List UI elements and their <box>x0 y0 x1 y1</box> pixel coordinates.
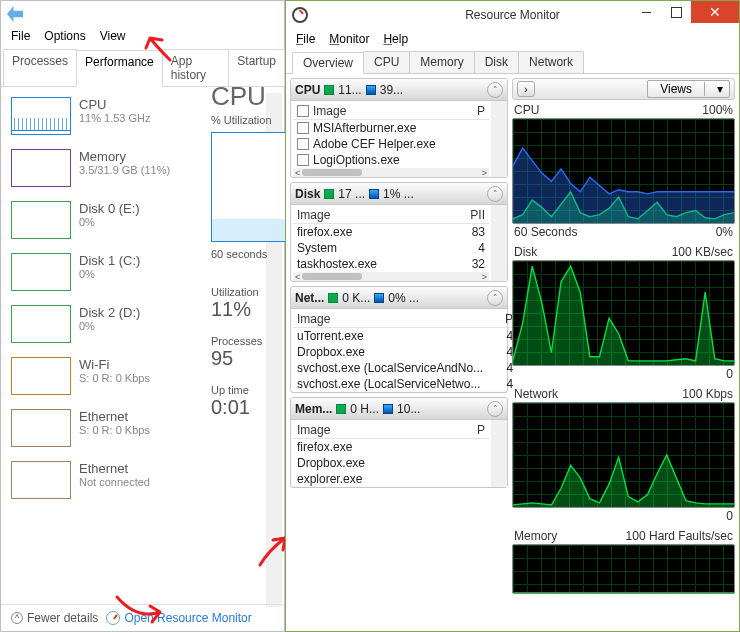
h-scrollbar[interactable] <box>293 272 489 281</box>
fewer-details-button[interactable]: ^ Fewer details <box>11 611 98 625</box>
disk-graph <box>512 260 735 366</box>
chevron-right-icon[interactable]: › <box>517 81 535 97</box>
tm-menu-view[interactable]: View <box>100 29 126 43</box>
resource-monitor-titlebar[interactable]: Resource Monitor ✕ <box>286 1 739 29</box>
task-manager-window: File Options View Processes Performance … <box>0 0 285 632</box>
perf-item-mem[interactable]: Memory 3.5/31.9 GB (11%) <box>9 145 266 191</box>
v-scrollbar[interactable] <box>491 205 507 281</box>
thumb-icon <box>11 201 71 239</box>
graph-mem-max: 100 Hard Faults/sec <box>626 529 733 543</box>
maximize-button[interactable] <box>661 1 691 23</box>
task-manager-body: CPU 11% 1.53 GHz Memory 3.5/31.9 GB (11%… <box>1 87 284 607</box>
table-row[interactable]: Dropbox.exe4 <box>293 344 517 360</box>
blue-meter-icon <box>369 189 379 199</box>
col-right: P <box>483 312 513 326</box>
perf-item-value: 0% <box>79 216 140 228</box>
chevron-up-icon[interactable]: ˄ <box>487 186 503 202</box>
h-scrollbar[interactable] <box>293 168 489 177</box>
cpu-panel-header[interactable]: CPU 11... 39... ˄ <box>291 79 507 101</box>
tab-processes[interactable]: Processes <box>3 49 77 86</box>
table-row[interactable]: svchost.exe (LocalServiceNetwo...4 <box>293 376 517 392</box>
tab-performance[interactable]: Performance <box>76 50 163 87</box>
cpu-col-header[interactable]: Image P <box>293 103 489 120</box>
task-manager-icon <box>7 6 23 22</box>
rm-menu-help[interactable]: Help <box>383 32 408 46</box>
table-row[interactable]: explorer.exe <box>293 471 489 487</box>
views-dropdown[interactable]: Views ▾ <box>647 80 730 98</box>
v-scrollbar[interactable] <box>491 101 507 177</box>
checkbox[interactable] <box>297 154 309 166</box>
perf-item-value: S: 0 R: 0 Kbps <box>79 424 150 436</box>
cell-value: 4 <box>483 361 513 375</box>
perf-item-wifi[interactable]: Wi-Fi S: 0 R: 0 Kbps <box>9 353 266 399</box>
cell-value: 4 <box>483 377 513 391</box>
table-row[interactable]: Adobe CEF Helper.exe <box>293 136 489 152</box>
perf-item-label: Ethernet <box>79 409 150 424</box>
chevron-up-icon[interactable]: ˄ <box>487 290 503 306</box>
overview-graphs: › Views ▾ CPU100% 60 Seconds0% Disk100 K… <box>512 78 735 627</box>
perf-item-disk[interactable]: Disk 0 (E:) 0% <box>9 197 266 243</box>
cpu-panel: CPU 11... 39... ˄ Image P MSIAfterburner… <box>290 78 508 178</box>
perf-item-label: Ethernet <box>79 461 150 476</box>
v-scrollbar[interactable] <box>491 420 507 487</box>
sidebar-scrollbar[interactable] <box>266 93 282 607</box>
checkbox[interactable] <box>297 105 309 117</box>
table-row[interactable]: LogiOptions.exe <box>293 152 489 168</box>
checkbox[interactable] <box>297 122 309 134</box>
minimize-button[interactable] <box>631 1 661 23</box>
green-meter-icon <box>336 404 346 414</box>
tab-app-history[interactable]: App history <box>162 49 230 86</box>
memory-panel-header[interactable]: Mem... 0 H... 10... ˄ <box>291 398 507 420</box>
chevron-up-icon[interactable]: ˄ <box>487 82 503 98</box>
rm-menu-monitor[interactable]: Monitor <box>329 32 369 46</box>
rm-tab-cpu[interactable]: CPU <box>363 51 410 73</box>
disk-panel-header[interactable]: Disk 17 ... 1% ... ˄ <box>291 183 507 205</box>
table-row[interactable]: firefox.exe83 <box>293 224 489 240</box>
tm-menu-options[interactable]: Options <box>44 29 85 43</box>
cell-image: System <box>297 241 455 255</box>
rm-menu-file[interactable]: File <box>296 32 315 46</box>
disk-col-header[interactable]: Image PII <box>293 207 489 224</box>
memory-graph-section: Memory100 Hard Faults/sec <box>512 528 735 594</box>
close-button[interactable]: ✕ <box>691 1 739 23</box>
rm-tab-network[interactable]: Network <box>518 51 584 73</box>
col-image: Image <box>297 312 483 326</box>
cell-value: 4 <box>483 329 513 343</box>
memory-panel: Mem... 0 H... 10... ˄ Image P firefox.ex… <box>290 397 508 488</box>
perf-item-cpu[interactable]: CPU 11% 1.53 GHz <box>9 93 266 139</box>
open-resource-monitor-link[interactable]: Open Resource Monitor <box>106 611 251 625</box>
perf-item-eth[interactable]: Ethernet S: 0 R: 0 Kbps <box>9 405 266 451</box>
checkbox[interactable] <box>297 138 309 150</box>
tab-startup[interactable]: Startup <box>228 49 285 86</box>
cell-image: LogiOptions.exe <box>313 153 485 167</box>
rm-tab-memory[interactable]: Memory <box>409 51 474 73</box>
rm-tab-overview[interactable]: Overview <box>292 52 364 74</box>
graph-cpu-min: 0% <box>716 225 733 239</box>
cell-image: taskhostex.exe <box>297 257 455 271</box>
table-row[interactable]: uTorrent.exe4 <box>293 328 517 344</box>
cell-image: svchost.exe (LocalServiceNetwo... <box>297 377 483 391</box>
rm-tab-disk[interactable]: Disk <box>474 51 519 73</box>
task-manager-titlebar[interactable] <box>1 1 284 27</box>
chevron-up-icon[interactable]: ˄ <box>487 401 503 417</box>
net-col-header[interactable]: Image P <box>293 311 517 328</box>
table-row[interactable]: Dropbox.exe <box>293 455 489 471</box>
tm-menu-file[interactable]: File <box>11 29 30 43</box>
mem-col-header[interactable]: Image P <box>293 422 489 439</box>
perf-item-disk[interactable]: Disk 2 (D:) 0% <box>9 301 266 347</box>
table-row[interactable]: System4 <box>293 240 489 256</box>
perf-item-eth[interactable]: Ethernet Not connected <box>9 457 266 503</box>
cpu-panel-body: Image P MSIAfterburner.exeAdobe CEF Help… <box>291 101 491 177</box>
table-row[interactable]: firefox.exe <box>293 439 489 455</box>
cell-image: Dropbox.exe <box>297 345 483 359</box>
perf-item-disk[interactable]: Disk 1 (C:) 0% <box>9 249 266 295</box>
table-row[interactable]: taskhostex.exe32 <box>293 256 489 272</box>
table-row[interactable]: MSIAfterburner.exe <box>293 120 489 136</box>
perf-item-label: Disk 0 (E:) <box>79 201 140 216</box>
green-meter-icon <box>328 293 338 303</box>
perf-item-label: Memory <box>79 149 170 164</box>
disk-panel-body: Image PII firefox.exe83System4taskhostex… <box>291 205 491 281</box>
table-row[interactable]: svchost.exe (LocalServiceAndNo...4 <box>293 360 517 376</box>
col-image: Image <box>313 104 455 118</box>
network-panel-header[interactable]: Net... 0 K... 0% ... ˄ <box>291 287 507 309</box>
